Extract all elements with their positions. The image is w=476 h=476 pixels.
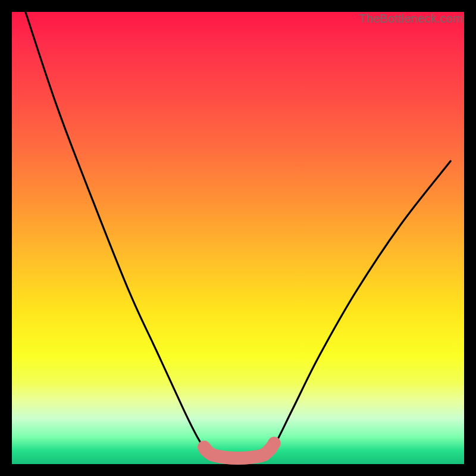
highlight-dot: [199, 442, 212, 455]
highlight-dot: [258, 448, 271, 461]
chart-overlay: [12, 12, 464, 464]
highlight-dot: [268, 437, 281, 450]
bottleneck-curve: [26, 12, 450, 458]
outer-frame: TheBottleneck.com: [0, 0, 476, 476]
